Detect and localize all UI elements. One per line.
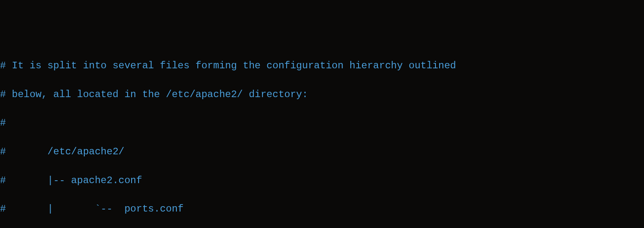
- config-comment-line: # below, all located in the /etc/apache2…: [0, 88, 644, 102]
- config-comment-line: # It is split into several files forming…: [0, 59, 644, 73]
- config-comment-line: #: [0, 116, 644, 130]
- config-tree-line: # |-- apache2.conf: [0, 174, 644, 188]
- config-tree-line: # /etc/apache2/: [0, 145, 644, 159]
- config-tree-line: # | `-- ports.conf: [0, 202, 644, 216]
